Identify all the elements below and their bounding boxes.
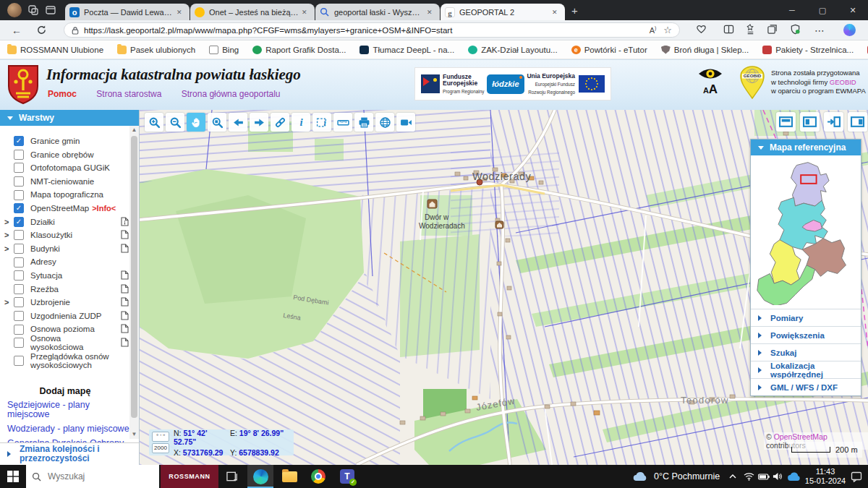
ref-menu-item[interactable]: Pomiary bbox=[751, 309, 861, 326]
scroll-thumb[interactable] bbox=[131, 136, 137, 418]
layer-checkbox[interactable] bbox=[14, 230, 24, 240]
video-button[interactable] bbox=[396, 113, 415, 132]
ref-menu-item[interactable]: Szukaj bbox=[751, 343, 861, 361]
forward-button[interactable] bbox=[250, 113, 268, 132]
tab-close-icon[interactable]: ✕ bbox=[427, 9, 435, 16]
legend-doc-icon[interactable] bbox=[121, 270, 129, 280]
pan-button[interactable] bbox=[187, 113, 205, 132]
expand-icon[interactable]: > bbox=[4, 218, 14, 226]
bookmark-item[interactable]: Tłumacz DeepL - na... bbox=[359, 46, 454, 54]
new-tab-button[interactable]: + bbox=[571, 4, 578, 17]
geoportal-home-link[interactable]: Strona główna geoportalu bbox=[182, 89, 281, 99]
identify-area-button[interactable]: i bbox=[312, 113, 331, 132]
font-size-toggle[interactable]: AA bbox=[693, 82, 728, 97]
ref-menu-item[interactable]: GML / WFS / DXF bbox=[751, 378, 861, 395]
layer-checkbox[interactable] bbox=[14, 284, 24, 294]
maximize-button[interactable]: ▢ bbox=[807, 0, 838, 20]
reference-panel-header[interactable]: Mapa referencyjna bbox=[751, 140, 861, 155]
layer-info-link[interactable]: >Info< bbox=[92, 204, 116, 213]
copilot-icon[interactable] bbox=[843, 24, 856, 37]
address-bar[interactable]: https://lask.geoportal2.pl/map/www/mapa.… bbox=[64, 22, 680, 38]
onedrive-icon[interactable] bbox=[787, 472, 801, 481]
layer-checkbox[interactable] bbox=[14, 311, 24, 321]
zoom-out-button[interactable] bbox=[166, 113, 184, 132]
layout-move-button[interactable] bbox=[824, 112, 843, 132]
expand-icon[interactable]: > bbox=[4, 231, 14, 239]
legend-doc-icon[interactable] bbox=[121, 324, 129, 333]
layer-label[interactable]: Sytuacja bbox=[30, 271, 62, 281]
bookmark-item[interactable]: Pakiety - Strzelnica... bbox=[762, 46, 854, 54]
start-button[interactable] bbox=[7, 471, 19, 482]
layer-checkbox[interactable] bbox=[14, 176, 24, 187]
back-icon[interactable]: ← bbox=[10, 24, 23, 37]
tab-close-icon[interactable]: ✕ bbox=[176, 9, 185, 16]
expand-icon[interactable]: > bbox=[4, 244, 14, 253]
bookmark-item[interactable]: Raport Grafik Dosta... bbox=[252, 46, 346, 54]
battery-icon[interactable] bbox=[758, 474, 773, 480]
layout-top-button[interactable] bbox=[776, 112, 796, 132]
layer-label[interactable]: Klasoużytki bbox=[30, 231, 72, 240]
layer-label[interactable]: Mapa topograficzna bbox=[30, 190, 103, 200]
teams-icon[interactable]: T✓ bbox=[334, 465, 360, 488]
legend-doc-icon[interactable] bbox=[121, 230, 129, 239]
dms-toggle-button[interactable]: ° ' " bbox=[152, 432, 169, 442]
layer-checkbox[interactable] bbox=[14, 297, 24, 307]
security-shield-icon[interactable] bbox=[790, 24, 803, 37]
profile-avatar[interactable] bbox=[7, 3, 22, 17]
close-button[interactable]: ✕ bbox=[838, 0, 868, 20]
layer-checkbox[interactable]: ✓ bbox=[14, 136, 24, 146]
weather-widget[interactable]: 0°C Pochmurnie bbox=[632, 465, 720, 488]
chrome-icon[interactable] bbox=[305, 465, 331, 488]
reference-minimap[interactable] bbox=[751, 155, 861, 309]
legend-doc-icon[interactable] bbox=[121, 244, 129, 253]
taskbar-clock[interactable]: 11:43 15-01-2024 bbox=[804, 467, 846, 486]
rossmann-app-button[interactable]: ROSSMANN bbox=[161, 465, 218, 488]
layer-checkbox[interactable] bbox=[14, 257, 24, 267]
layout-left-button[interactable] bbox=[800, 112, 820, 132]
bookmark-item[interactable]: Bing bbox=[209, 46, 239, 54]
speaker-icon[interactable] bbox=[773, 472, 787, 481]
workspaces-icon[interactable] bbox=[27, 4, 39, 16]
notification-center-icon[interactable] bbox=[851, 471, 862, 482]
tab-close-icon[interactable]: ✕ bbox=[302, 9, 310, 16]
scroll-down-icon[interactable]: ▼ bbox=[129, 430, 139, 439]
layer-label[interactable]: Granice gmin bbox=[30, 137, 80, 146]
favorites-icon[interactable] bbox=[745, 24, 758, 37]
bookmark-item[interactable]: ePowtórki - eTutor bbox=[571, 46, 647, 54]
file-explorer-icon[interactable] bbox=[276, 465, 302, 488]
layer-checkbox[interactable] bbox=[14, 163, 24, 173]
refresh-icon[interactable] bbox=[35, 24, 48, 37]
starostwo-link[interactable]: Strona starostwa bbox=[96, 89, 161, 99]
layer-checkbox[interactable]: ✓ bbox=[14, 217, 24, 227]
layer-checkbox[interactable] bbox=[14, 190, 24, 200]
legend-doc-icon[interactable] bbox=[121, 338, 129, 347]
legend-doc-icon[interactable] bbox=[121, 311, 129, 320]
legend-doc-icon[interactable] bbox=[121, 297, 129, 307]
osm-link[interactable]: OpenStreetMap bbox=[774, 432, 827, 441]
reorder-transparency-item[interactable]: Zmiana kolejności i przezroczystości bbox=[0, 442, 139, 465]
favorite-star-icon[interactable]: ☆ bbox=[663, 25, 672, 35]
tab-actions-icon[interactable] bbox=[45, 4, 56, 16]
print-button[interactable] bbox=[354, 113, 373, 132]
ref-menu-item[interactable]: Powiększenia bbox=[751, 326, 861, 343]
zoom-in-button[interactable] bbox=[145, 113, 163, 132]
collections-icon[interactable] bbox=[767, 24, 780, 37]
layer-checkbox[interactable] bbox=[14, 244, 24, 254]
tray-chevron-icon[interactable] bbox=[729, 474, 744, 479]
layer-label[interactable]: Rzeźba bbox=[30, 285, 59, 294]
crs-toggle-button[interactable]: 2000 bbox=[152, 443, 169, 453]
layer-checkbox[interactable]: ✓ bbox=[14, 203, 24, 213]
edge-taskbar-icon[interactable] bbox=[247, 465, 273, 488]
globe-button[interactable] bbox=[375, 113, 394, 132]
accessibility-controls[interactable]: AA bbox=[693, 66, 728, 97]
manor-marker[interactable] bbox=[427, 200, 437, 208]
browser-essentials-icon[interactable] bbox=[696, 24, 709, 37]
browser-tab[interactable]: geoportal łaski - Wyszukaj✕ bbox=[315, 4, 440, 20]
layer-label[interactable]: NMT-cieniowanie bbox=[30, 177, 94, 187]
split-screen-icon[interactable] bbox=[723, 24, 736, 37]
layer-checkbox[interactable] bbox=[14, 150, 24, 160]
taskbar-search[interactable] bbox=[26, 465, 159, 488]
scroll-up-icon[interactable]: ▲ bbox=[129, 126, 139, 134]
layer-label[interactable]: Ortofotomapa GUGiK bbox=[30, 163, 110, 173]
layer-label[interactable]: Uzbrojenie bbox=[30, 298, 70, 307]
